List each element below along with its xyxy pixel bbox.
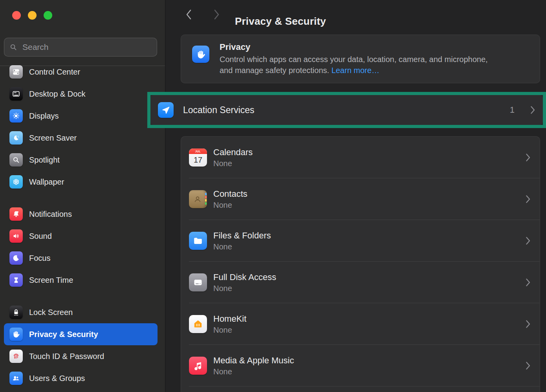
permission-row-homekit[interactable]: HomeKit None [181,303,540,344]
sidebar-item-sound[interactable]: Sound [4,225,158,247]
sidebar-item-lock-screen[interactable]: Lock Screen [4,301,158,323]
sidebar-group-1: Control Center Desktop & Dock Displays [4,61,158,193]
wallpaper-flower-icon [9,175,23,189]
sidebar-scroll-divider [0,66,165,66]
permission-row-media-apple-music[interactable]: Media & Apple Music None [181,345,540,386]
forward-chevron-icon [214,9,220,20]
permission-label: Files & Folders [213,230,519,242]
screen-time-hourglass-icon [9,273,23,287]
calendar-day-label: 17 [189,154,207,167]
sidebar-item-desktop-dock[interactable]: Desktop & Dock [4,83,158,105]
page-title: Privacy & Security [235,15,326,27]
sound-speaker-icon [9,229,23,243]
privacy-card-description: Control which apps can access your data,… [220,54,495,76]
permission-label: Calendars [213,147,519,158]
forward-button[interactable] [210,8,224,21]
search-field[interactable] [4,38,157,57]
permission-value: None [213,242,519,252]
sidebar-item-privacy-security[interactable]: Privacy & Security [4,323,158,345]
touch-id-fingerprint-icon [9,350,23,363]
permission-value: None [213,366,519,377]
users-groups-icon [9,372,23,385]
permission-value: None [213,325,519,335]
window-controls [12,11,52,20]
folder-icon [189,232,207,250]
location-services-count: 1 [510,105,515,115]
sidebar-item-wallpaper[interactable]: Wallpaper [4,171,158,193]
calendar-icon: JUL 17 [189,148,207,167]
permission-label: Contacts [213,188,519,200]
notifications-bell-icon [9,207,23,221]
sidebar: Control Center Desktop & Dock Displays [0,0,165,392]
sidebar-item-focus[interactable]: Focus [4,247,158,269]
control-center-icon [9,65,23,79]
sidebar-group-3: Lock Screen Privacy & Security Touch ID … [4,301,158,389]
permission-value: None [213,158,519,169]
desktop-dock-icon [9,87,23,101]
search-input[interactable] [22,42,152,52]
contacts-book-icon [189,190,207,208]
minimize-button[interactable] [28,11,37,20]
chevron-right-icon [526,320,530,328]
privacy-card-title: Privacy [220,42,495,52]
contacts-tabs [205,193,207,205]
lock-icon [9,306,23,319]
sidebar-item-spotlight[interactable]: Spotlight [4,149,158,171]
sidebar-item-label: Screen Saver [29,134,77,143]
close-button[interactable] [12,11,21,20]
chevron-right-icon [526,236,530,245]
search-icon [9,43,18,51]
chevron-right-icon [526,361,530,370]
privacy-summary-text: Privacy Control which apps can access yo… [220,41,495,77]
permission-row-contacts[interactable]: Contacts None [181,178,540,220]
sidebar-item-label: Screen Time [29,276,73,285]
chevron-right-icon [526,195,530,203]
row-divider [189,386,540,387]
system-settings-window: Control Center Desktop & Dock Displays [0,0,546,392]
location-services-label: Location Services [183,105,500,115]
privacy-hand-icon [192,46,209,63]
spotlight-magnifier-icon [9,153,23,167]
permissions-card: JUL 17 Calendars None Contacts None [181,136,540,392]
back-button[interactable] [182,8,195,21]
sidebar-item-label: Sound [29,232,52,241]
permission-label: HomeKit [213,313,519,325]
displays-sun-icon [9,109,23,123]
sidebar-item-notifications[interactable]: Notifications [4,203,158,225]
sidebar-item-label: Focus [29,254,50,263]
sidebar-item-label: Control Center [29,68,80,77]
permission-row-calendars[interactable]: JUL 17 Calendars None [181,137,540,178]
permission-label: Full Disk Access [213,271,519,283]
sidebar-list: Control Center Desktop & Dock Displays [0,61,165,389]
sidebar-item-users-groups[interactable]: Users & Groups [4,367,158,389]
homekit-house-icon [189,315,207,333]
sidebar-item-label: Privacy & Security [29,330,98,339]
focus-moon-icon [9,251,23,265]
back-chevron-icon [185,9,192,20]
permission-label: Media & Apple Music [213,355,519,366]
sidebar-item-displays[interactable]: Displays [4,105,158,127]
zoom-button[interactable] [44,11,52,20]
permission-value: None [213,283,519,293]
sidebar-item-screen-saver[interactable]: Screen Saver [4,127,158,149]
permission-row-full-disk-access[interactable]: Full Disk Access None [181,262,540,303]
sidebar-item-label: Wallpaper [29,178,64,187]
hard-drive-icon [189,273,207,291]
sidebar-item-label: Touch ID & Password [29,352,104,361]
privacy-hand-icon [9,328,23,341]
sidebar-item-control-center[interactable]: Control Center [4,61,158,83]
permission-value: None [213,200,519,210]
music-note-icon [189,357,207,375]
sidebar-item-touch-id-password[interactable]: Touch ID & Password [4,345,158,367]
sidebar-item-screen-time[interactable]: Screen Time [4,269,158,291]
learn-more-link[interactable]: Learn more… [332,66,379,75]
chevron-right-icon [530,106,535,114]
sidebar-item-label: Users & Groups [29,374,85,383]
sidebar-item-label: Spotlight [29,156,60,165]
permission-row-files-folders[interactable]: Files & Folders None [181,220,540,261]
sidebar-item-label: Lock Screen [29,308,73,317]
location-services-row[interactable]: Location Services 1 [150,95,543,125]
privacy-summary-card: Privacy Control which apps can access yo… [181,35,540,83]
location-arrow-icon [158,102,174,118]
calendar-month-label: JUL [189,148,207,154]
